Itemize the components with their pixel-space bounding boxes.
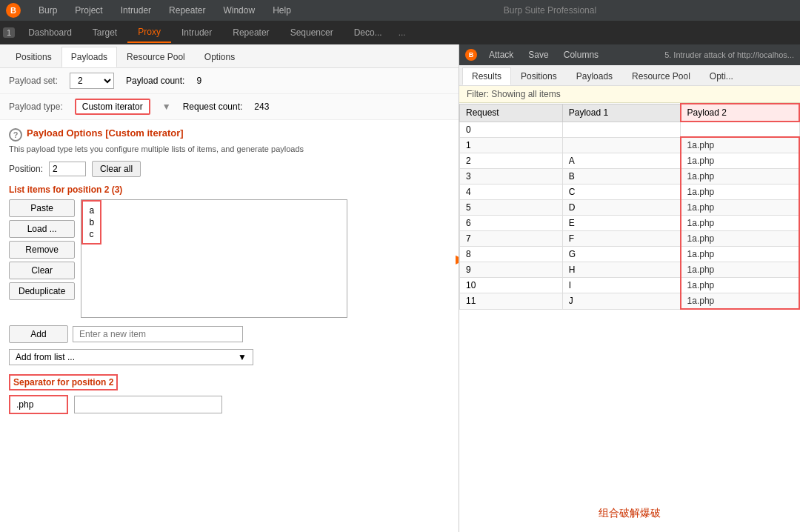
main-tab-bar: 1 Dashboard Target Proxy Intruder Repeat… xyxy=(0,21,800,44)
attack-title: 5. Intruder attack of http://localhos... xyxy=(664,50,794,59)
menu-help[interactable]: Help xyxy=(270,4,294,17)
payload-set-row: Payload set: 2 1 Payload count: 9 xyxy=(0,68,459,94)
subtab-resource-pool[interactable]: Resource Pool xyxy=(117,47,195,67)
separator-section: Separator for position 2 xyxy=(9,374,450,414)
tab-decoder[interactable]: Deco... xyxy=(344,23,393,42)
cell-request: 10 xyxy=(460,278,563,293)
separator-row xyxy=(9,395,450,414)
tab-extra[interactable]: ... xyxy=(399,27,406,38)
tab-proxy[interactable]: Proxy xyxy=(127,22,171,43)
attack-tab-options[interactable]: Opti... xyxy=(700,67,743,85)
attack-menu-columns[interactable]: Columns xyxy=(561,48,601,61)
attack-menu-save[interactable]: Save xyxy=(525,48,551,61)
add-from-list-label: Add from list ... xyxy=(16,352,75,362)
attack-sub-tabs: Results Positions Payloads Resource Pool… xyxy=(459,65,800,86)
subtab-options[interactable]: Options xyxy=(195,47,244,67)
cell-request: 0 xyxy=(460,122,563,137)
cell-payload2: 1a.php xyxy=(681,293,799,310)
position-row: Position: Clear all xyxy=(9,161,450,177)
attack-tab-resource-pool[interactable]: Resource Pool xyxy=(622,67,700,85)
cell-payload2: 1a.php xyxy=(681,216,799,231)
add-input[interactable] xyxy=(73,326,243,342)
list-item-c: c xyxy=(89,228,94,240)
cell-payload1: F xyxy=(562,231,680,247)
add-button[interactable]: Add xyxy=(9,325,68,343)
payload-options-section: ? Payload Options [Custom iterator] This… xyxy=(0,120,459,532)
app-title: Burp Suite Professional xyxy=(504,5,596,16)
add-from-list[interactable]: Add from list ... ▼ xyxy=(9,349,253,365)
cell-payload2: 1a.php xyxy=(681,184,799,200)
position-input[interactable] xyxy=(49,162,86,176)
payload-count-label: Payload count: xyxy=(126,76,184,86)
table-row[interactable]: 6E1a.php xyxy=(460,216,800,231)
add-row: Add xyxy=(9,325,450,343)
cell-payload2: 1a.php xyxy=(681,200,799,216)
tab-sequencer[interactable]: Sequencer xyxy=(280,23,344,42)
cell-request: 4 xyxy=(460,184,563,200)
table-row[interactable]: 4C1a.php xyxy=(460,184,800,200)
remove-button[interactable]: Remove xyxy=(9,241,75,259)
table-row[interactable]: 5D1a.php xyxy=(460,200,800,216)
clear-all-button[interactable]: Clear all xyxy=(92,161,141,177)
menu-window[interactable]: Window xyxy=(220,4,258,17)
subtab-payloads[interactable]: Payloads xyxy=(61,47,117,67)
attack-tab-positions[interactable]: Positions xyxy=(511,67,567,85)
separator-input[interactable] xyxy=(9,395,68,414)
table-row[interactable]: 11J1a.php xyxy=(460,293,800,310)
clear-button[interactable]: Clear xyxy=(9,262,75,279)
chinese-text: 组合破解爆破 xyxy=(459,495,800,532)
payload-set-select[interactable]: 2 1 xyxy=(70,73,114,89)
request-count-label: Request count: xyxy=(183,102,243,112)
cell-payload2: 1a.php xyxy=(681,262,799,278)
menu-project[interactable]: Project xyxy=(72,4,105,17)
deduplicate-button[interactable]: Deduplicate xyxy=(9,282,75,300)
payload-type-select[interactable]: Custom iterator xyxy=(75,99,150,115)
cell-request: 1 xyxy=(460,137,563,153)
menu-intruder[interactable]: Intruder xyxy=(118,4,154,17)
list-items-box[interactable]: a b c xyxy=(81,199,347,318)
cell-payload2: 1a.php xyxy=(681,231,799,247)
paste-button[interactable]: Paste xyxy=(9,199,75,217)
payload-count-value: 9 xyxy=(196,76,201,86)
tab-intruder[interactable]: Intruder xyxy=(171,23,222,42)
list-button-column: Paste Load ... Remove Clear Deduplicate xyxy=(9,199,75,318)
cell-request: 7 xyxy=(460,231,563,247)
cell-request: 6 xyxy=(460,216,563,231)
table-row[interactable]: 10I1a.php xyxy=(460,278,800,293)
payload-type-label: Payload type: xyxy=(9,102,63,112)
cell-request: 2 xyxy=(460,153,563,169)
table-row[interactable]: 11a.php xyxy=(460,137,800,153)
left-panel: Positions Payloads Resource Pool Options… xyxy=(0,44,459,532)
attack-tab-results[interactable]: Results xyxy=(462,67,511,85)
subtab-positions[interactable]: Positions xyxy=(6,47,61,67)
list-area: Paste Load ... Remove Clear Deduplicate … xyxy=(9,199,450,318)
table-row[interactable]: 7F1a.php xyxy=(460,231,800,247)
list-item-a: a xyxy=(89,205,94,216)
cell-request: 11 xyxy=(460,293,563,310)
table-row[interactable]: 2A1a.php xyxy=(460,153,800,169)
col-payload1[interactable]: Payload 1 xyxy=(562,104,680,122)
cell-payload1: D xyxy=(562,200,680,216)
col-request[interactable]: Request xyxy=(460,104,563,122)
col-payload2[interactable]: Payload 2 xyxy=(681,104,799,122)
table-row[interactable]: 8G1a.php xyxy=(460,247,800,262)
menu-bar: B Burp Project Intruder Repeater Window … xyxy=(0,0,800,21)
table-row[interactable]: 0 xyxy=(460,122,800,137)
menu-repeater[interactable]: Repeater xyxy=(166,4,208,17)
payload-type-row: Payload type: Custom iterator ▼ Request … xyxy=(0,94,459,120)
tab-target[interactable]: Target xyxy=(82,23,127,42)
attack-tab-payloads[interactable]: Payloads xyxy=(567,67,622,85)
separator-title: Separator for position 2 xyxy=(9,374,118,390)
tab-dashboard[interactable]: Dashboard xyxy=(18,23,82,42)
tab-repeater[interactable]: Repeater xyxy=(222,23,279,42)
attack-logo: B xyxy=(465,49,477,61)
load-button[interactable]: Load ... xyxy=(9,220,75,238)
cell-request: 8 xyxy=(460,247,563,262)
menu-burp[interactable]: Burp xyxy=(36,4,60,17)
table-row[interactable]: 9H1a.php xyxy=(460,262,800,278)
table-row[interactable]: 3B1a.php xyxy=(460,169,800,184)
help-icon[interactable]: ? xyxy=(9,128,22,142)
separator-extra-input[interactable] xyxy=(74,396,222,413)
attack-menu-attack[interactable]: Attack xyxy=(486,48,516,61)
section-title: Payload Options [Custom iterator] xyxy=(27,127,184,139)
